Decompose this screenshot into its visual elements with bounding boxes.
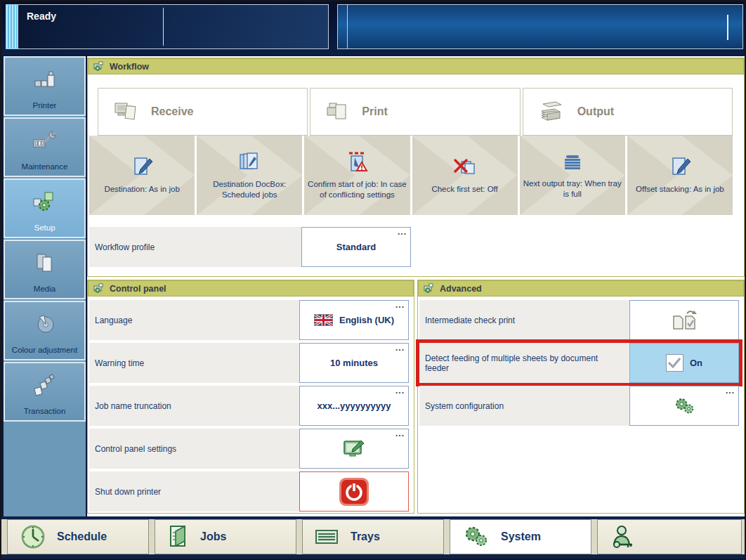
tile-label: Confirm start of job: In case of conflic… bbox=[307, 179, 407, 200]
phase-receive: Receive bbox=[98, 88, 308, 136]
sidebar-item-label: Colour adjustment bbox=[12, 346, 77, 354]
tab-label: System bbox=[501, 530, 541, 543]
tab-label: Schedule bbox=[57, 530, 107, 543]
trays-icon bbox=[315, 528, 340, 546]
sidebar-item-maintenance[interactable]: Maintenance bbox=[4, 117, 86, 177]
language-row: Language ... English (UK) bbox=[89, 300, 409, 340]
workflow-profile-row: Workflow profile ... Standard bbox=[89, 227, 411, 267]
workflow-section: Workflow Receive Print Output bbox=[87, 58, 745, 277]
setting-value: xxx...yyyyyyyyyy bbox=[318, 401, 391, 411]
advanced-section-header: Advanced bbox=[418, 280, 744, 297]
sidebar-item-printer[interactable]: Printer bbox=[4, 56, 86, 116]
output-tray-icon bbox=[561, 152, 584, 173]
sidebar-item-colour-adjustment[interactable]: Colour adjustment bbox=[4, 301, 86, 360]
tile-label: Destination DocBox: Scheduled jobs bbox=[199, 179, 299, 200]
tab-label: Trays bbox=[351, 530, 380, 543]
setting-value: English (UK) bbox=[339, 315, 394, 325]
tile-next-output-tray[interactable]: Next output tray: When tray is full bbox=[520, 136, 625, 215]
more-indicator: ... bbox=[398, 227, 407, 237]
printer-icon bbox=[33, 58, 57, 101]
tile-confirm-start[interactable]: Confirm start of job: In case of conflic… bbox=[304, 136, 410, 215]
document-icon bbox=[167, 524, 190, 549]
bottom-tab-strip: Schedule Jobs Trays System bbox=[1, 519, 746, 554]
warning-time-button[interactable]: ... 10 minutes bbox=[299, 343, 409, 383]
tile-destination-docbox[interactable]: Destination DocBox: Scheduled jobs bbox=[197, 136, 302, 215]
tile-label: Check first set: Off bbox=[431, 184, 497, 194]
shut-down-printer-button[interactable] bbox=[299, 471, 409, 512]
job-name-truncation-button[interactable]: ... xxx...yyyyyyyyyy bbox=[299, 386, 409, 426]
system-configuration-button[interactable]: ... bbox=[629, 386, 739, 426]
sidebar-item-transaction[interactable]: Transaction bbox=[4, 362, 86, 422]
doc-stack-icon bbox=[237, 151, 261, 174]
more-indicator: ... bbox=[395, 343, 405, 353]
status-bar: Ready bbox=[1, 1, 745, 55]
tile-offset-stacking[interactable]: Offset stacking: As in job bbox=[627, 136, 733, 215]
uk-flag-icon bbox=[314, 314, 333, 326]
screen-edit-icon bbox=[343, 439, 365, 459]
colour-adjustment-icon bbox=[34, 302, 56, 346]
workflow-profile-button[interactable]: ... Standard bbox=[301, 227, 411, 267]
workflow-phase-headers: Receive Print Output bbox=[98, 88, 733, 136]
control-panel-settings-row: Control panel settings ... bbox=[89, 429, 409, 469]
sidebar-item-label: Media bbox=[34, 285, 55, 293]
intermediate-check-print-row: Intermediate check print bbox=[419, 300, 739, 340]
status-panel-left: Ready bbox=[18, 4, 329, 49]
phase-output: Output bbox=[523, 88, 733, 136]
intermediate-check-print-button[interactable] bbox=[629, 300, 739, 340]
more-indicator: ... bbox=[726, 386, 735, 396]
sidebar-item-label: Printer bbox=[33, 101, 57, 110]
check-off-icon bbox=[452, 156, 478, 178]
tab-trays[interactable]: Trays bbox=[302, 519, 444, 554]
tile-destination[interactable]: Destination: As in job bbox=[89, 136, 195, 215]
detect-multifeed-row: Detect feeding of multiple sheets by doc… bbox=[419, 343, 739, 383]
control-panel-settings-button[interactable]: ... bbox=[299, 429, 409, 469]
tile-check-first-set[interactable]: Check first set: Off bbox=[412, 136, 518, 215]
advanced-section: Advanced Intermediate check print Detect… bbox=[417, 280, 745, 514]
clock-icon bbox=[20, 523, 46, 550]
check-print-icon bbox=[669, 308, 700, 333]
setting-value: Standard bbox=[336, 242, 376, 252]
control-panel-section: Control panel Language ... English (UK) … bbox=[87, 280, 414, 514]
transaction-icon bbox=[33, 363, 57, 407]
status-panel-divider bbox=[347, 5, 348, 48]
sidebar-item-setup[interactable]: Setup bbox=[4, 178, 86, 238]
gears-icon bbox=[462, 526, 490, 548]
operator-key-icon bbox=[610, 523, 636, 550]
more-indicator: ... bbox=[395, 429, 405, 438]
maintenance-icon bbox=[32, 119, 58, 162]
tab-jobs[interactable]: Jobs bbox=[155, 519, 296, 554]
media-icon bbox=[34, 241, 55, 285]
section-title: Control panel bbox=[110, 284, 166, 294]
main-content: Workflow Receive Print Output bbox=[87, 56, 745, 516]
tile-label: Destination: As in job bbox=[104, 184, 179, 194]
control-panel-section-header: Control panel bbox=[88, 280, 414, 297]
language-button[interactable]: ... English (UK) bbox=[299, 300, 409, 340]
setting-label: Control panel settings bbox=[89, 429, 299, 469]
bottom-tab-bar: Schedule Jobs Trays System bbox=[1, 516, 746, 559]
status-stripe-indicator bbox=[6, 4, 18, 49]
detect-multifeed-toggle[interactable]: On bbox=[629, 343, 739, 383]
setting-label: Workflow profile bbox=[89, 227, 301, 267]
status-text: Ready bbox=[27, 11, 56, 22]
more-indicator: ... bbox=[395, 300, 405, 310]
page-edit-icon bbox=[668, 156, 692, 178]
tab-system[interactable]: System bbox=[450, 519, 591, 554]
print-icon bbox=[326, 100, 351, 123]
job-name-truncation-row: Job name truncation ... xxx...yyyyyyyyyy bbox=[89, 386, 409, 426]
setting-label: Job name truncation bbox=[89, 386, 299, 426]
tile-label: Next output tray: When tray is full bbox=[523, 178, 622, 199]
power-icon bbox=[338, 477, 370, 507]
printer-control-screen: Ready Printer Maintenance Setup bbox=[0, 0, 746, 560]
section-title: Workflow bbox=[110, 62, 149, 72]
status-panel-divider bbox=[727, 15, 728, 40]
confirm-warning-icon bbox=[345, 151, 369, 174]
tab-label: Jobs bbox=[200, 530, 226, 543]
setting-label: System configuration bbox=[419, 386, 629, 426]
section-title: Advanced bbox=[440, 284, 482, 294]
phase-print: Print bbox=[310, 88, 520, 136]
tab-schedule[interactable]: Schedule bbox=[7, 519, 149, 554]
sidebar-item-media[interactable]: Media bbox=[4, 240, 86, 299]
sidebar-item-label: Maintenance bbox=[22, 162, 68, 171]
section-machine-icon bbox=[93, 283, 105, 294]
tab-operator-login[interactable] bbox=[597, 519, 742, 554]
